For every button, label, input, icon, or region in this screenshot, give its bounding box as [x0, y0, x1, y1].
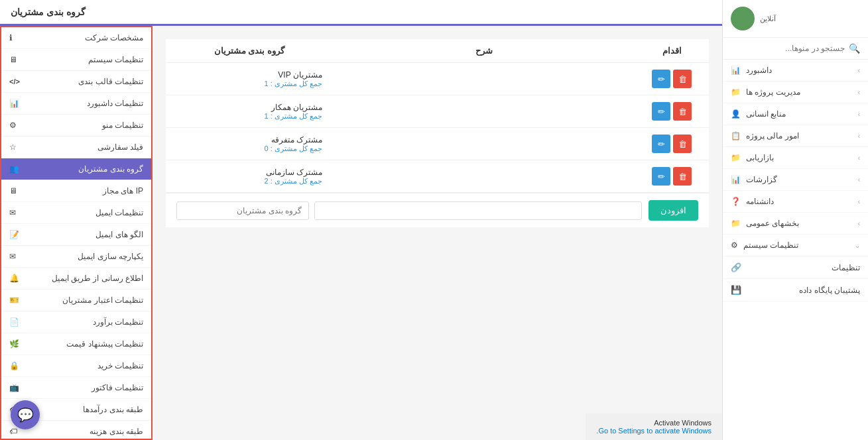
email-notifications-icon: 🔔: [9, 274, 19, 283]
dropdown-item-template-settings[interactable]: تنظیمات قالب بندی </>: [1, 71, 151, 93]
windows-settings-link[interactable]: Go to Settings to activate Windows.: [596, 427, 712, 435]
menu-settings-icon: ⚙: [9, 121, 17, 130]
item-label: تنظیمات قالب بندی: [25, 77, 143, 86]
sidebar-item-general[interactable]: › بخشهای عمومی 📁: [723, 213, 868, 235]
item-label: تنظیمات داشبورد: [25, 99, 143, 108]
order-fields-icon: ☆: [9, 142, 17, 152]
dropdown-item-order-fields[interactable]: فیلد سفارشی ☆: [1, 137, 151, 158]
delete-button[interactable]: 🗑: [673, 135, 692, 153]
sidebar-item-db-support[interactable]: پشتیبان پایگاه داده 💾: [723, 279, 868, 302]
table-row: 🗑 ✏ مشتریان همکار جمع کل مشتری : 1: [166, 95, 709, 128]
dropdown-item-invoice-settings[interactable]: تنظیمات فاکتور 📺: [1, 377, 151, 399]
windows-notice-line2[interactable]: Go to Settings to activate Windows.: [596, 427, 712, 435]
search-icon: 🔍: [849, 43, 860, 54]
purchase-settings-icon: 🔒: [9, 361, 19, 370]
customer-credit-icon: 🎫: [9, 296, 19, 305]
dropdown-item-customer-credit[interactable]: تنظیمات اعتبار مشتریان 🎫: [1, 290, 151, 311]
settings-label: تنظیمات: [747, 263, 860, 272]
chevron-icon: ›: [858, 154, 860, 162]
table-row: 🗑 ✏ مشترک سازمانی جمع کل مشتری : 2: [166, 160, 709, 193]
reports-icon: 📊: [731, 175, 741, 184]
edit-button[interactable]: ✏: [652, 135, 670, 153]
chevron-icon: ›: [858, 111, 860, 118]
customer-groups-icon: 👥: [9, 164, 19, 174]
item-label: تنظیمات برآورد: [25, 317, 143, 327]
col-header-description: شرح: [336, 46, 632, 56]
sidebar-item-finance[interactable]: › امور مالی پروژه 📋: [723, 125, 868, 147]
dropdown-item-menu-settings[interactable]: تنظیمات منو ⚙: [1, 115, 151, 137]
chevron-icon: ›: [858, 176, 860, 184]
dropdown-item-email-templates[interactable]: الگو های ایمیل 📝: [1, 224, 151, 246]
sidebar-item-projects[interactable]: › مدیریت پروژه ها 📁: [723, 82, 868, 103]
cell-group: مشترک سازمانی جمع کل مشتری : 2: [176, 168, 322, 186]
expense-categories-icon: 🏷: [9, 427, 17, 436]
dropdown-item-price-suggestion[interactable]: تنظیمات پیشنهاد قیمت 🌿: [1, 333, 151, 355]
add-button[interactable]: افزودن: [649, 200, 698, 221]
windows-notice: Activate Windows Go to Settings to activ…: [586, 413, 722, 440]
search-input[interactable]: [731, 44, 845, 53]
delete-button[interactable]: 🗑: [673, 70, 692, 88]
table-header: اقدام شرح گروه بندی مشتریان: [166, 39, 709, 63]
dropdown-item-dashboard-settings[interactable]: تنظیمات داشبورد 📊: [1, 93, 151, 115]
template-icon: </>: [9, 78, 20, 85]
sidebar-item-marketing[interactable]: › بازاریابی 📁: [723, 147, 868, 169]
sidebar-item-dashboard[interactable]: › داشبورد 📊: [723, 60, 868, 82]
sidebar-top: آنلاین: [723, 0, 868, 38]
item-label: تنظیمات اعتبار مشتریان: [25, 296, 143, 305]
add-input-group: [176, 201, 642, 220]
marketing-label: بازاریابی: [746, 153, 774, 162]
item-label: IP های مجاز: [23, 186, 143, 195]
reports-label: گزارشات: [746, 175, 777, 184]
edit-button[interactable]: ✏: [652, 70, 670, 88]
sidebar-menu: › داشبورد 📊 › مدیریت پروژه ها 📁 › منابع …: [723, 60, 868, 440]
projects-icon: 📁: [731, 87, 741, 97]
company-info-icon: ℹ: [9, 33, 13, 42]
chevron-icon: ›: [858, 89, 860, 96]
sidebar-item-help[interactable]: › دانشنامه ❓: [723, 191, 868, 213]
sidebar: آنلاین 🔍 › داشبورد 📊 › مدیریت پروژه ها 📁…: [722, 0, 868, 440]
group-count: جمع کل مشتری : 0: [176, 144, 322, 153]
edit-button[interactable]: ✏: [652, 167, 670, 186]
chat-bubble[interactable]: 💬: [11, 400, 40, 429]
group-name: مشترک متفرقه: [176, 135, 322, 144]
group-name: مشتریان VIP: [176, 70, 322, 80]
sidebar-item-settings[interactable]: تنظیمات 🔗: [723, 256, 868, 279]
dashboard-label: داشبورد: [746, 66, 772, 75]
dropdown-item-email-notifications[interactable]: اطلاع رسانی از طریق ایمیل 🔔: [1, 268, 151, 290]
help-icon: ❓: [731, 197, 741, 206]
estimate-icon: 📄: [9, 317, 19, 327]
col-header-group: گروه بندی مشتریان: [176, 46, 322, 56]
item-label: تنظیمات منو: [22, 121, 143, 130]
chevron-icon: ›: [858, 220, 860, 227]
item-label: تنظیمات فاکتور: [25, 383, 143, 392]
add-row: افزودن: [166, 193, 709, 227]
cell-group: مشتریان VIP جمع کل مشتری : 1: [176, 70, 322, 88]
sidebar-item-system[interactable]: ⌄ تنظیمات سیستم ⚙: [723, 235, 868, 256]
dropdown-item-company-info[interactable]: مشخصات شرکت ℹ: [1, 27, 151, 49]
item-label: فیلد سفارشی: [22, 142, 143, 152]
dropdown-item-customer-groups[interactable]: گروه بندی مشتریان 👥: [1, 158, 151, 180]
finance-label: امور مالی پروژه: [746, 131, 799, 140]
dropdown-item-email-scheduling[interactable]: یکپارچه سازی ایمیل ✉: [1, 246, 151, 268]
dropdown-item-purchase-settings[interactable]: تنظیمات خرید 🔒: [1, 355, 151, 377]
email-templates-icon: 📝: [9, 230, 19, 239]
delete-button[interactable]: 🗑: [673, 102, 692, 121]
marketing-icon: 📁: [731, 153, 741, 162]
table-panel: اقدام شرح گروه بندی مشتریان 🗑 ✏ مشتریان …: [153, 26, 722, 440]
dropdown-item-estimate-settings[interactable]: تنظیمات برآورد 📄: [1, 311, 151, 333]
dropdown-item-email-settings[interactable]: تنظیمات ایمیل ✉: [1, 202, 151, 224]
item-label: تنظیمات ایمیل: [21, 208, 143, 217]
dropdown-item-system-settings[interactable]: تنظیمات سیستم 🖥: [1, 49, 151, 71]
top-bar: گروه بندی مشتریان: [0, 0, 722, 26]
system-icon: ⚙: [731, 241, 738, 250]
item-label: طبقه بندی هزینه: [23, 427, 143, 436]
sidebar-item-reports[interactable]: › گزارشات 📊: [723, 169, 868, 191]
group-count: جمع کل مشتری : 2: [176, 177, 322, 186]
dropdown-item-allowed-ips[interactable]: IP های مجاز 🖥: [1, 180, 151, 202]
db-support-label: پشتیبان پایگاه داده: [747, 286, 860, 295]
group-name-input[interactable]: [176, 201, 309, 220]
sidebar-item-hr[interactable]: › منابع انسانی 👤: [723, 103, 868, 125]
edit-button[interactable]: ✏: [652, 102, 670, 121]
delete-button[interactable]: 🗑: [673, 167, 692, 186]
description-input[interactable]: [314, 201, 642, 220]
